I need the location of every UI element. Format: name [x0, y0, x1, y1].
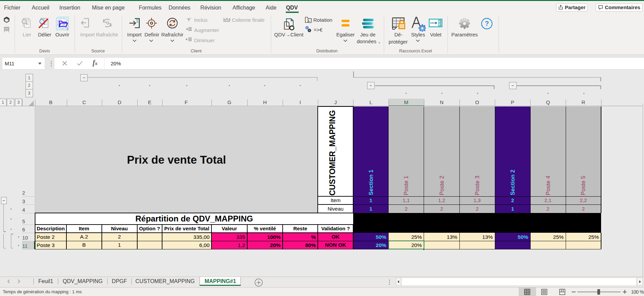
- svg-text:?: ?: [485, 20, 489, 27]
- svg-text:€: €: [307, 27, 308, 29]
